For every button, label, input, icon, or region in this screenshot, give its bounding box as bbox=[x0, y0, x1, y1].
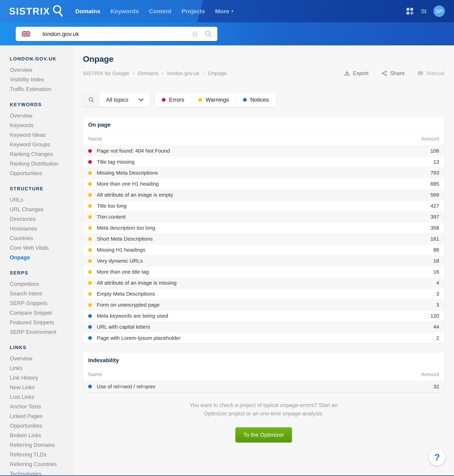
sidebar-item-keyword-ideas[interactable]: Keyword Ideas bbox=[10, 130, 70, 140]
sidebar-item-countries[interactable]: Countries bbox=[10, 234, 70, 243]
domain-search-input[interactable] bbox=[36, 30, 191, 37]
table-row[interactable]: Missing H1 headings86 bbox=[83, 244, 444, 256]
breadcrumb-item[interactable]: Onpage bbox=[208, 70, 227, 76]
notice-dot-icon bbox=[88, 336, 92, 340]
nav-item-keywords[interactable]: Keywords bbox=[111, 8, 139, 15]
row-amount: 4 bbox=[436, 280, 439, 286]
sidebar-item-referring-tlds[interactable]: Referring TLDs bbox=[10, 450, 70, 459]
sidebar-item-lost-links[interactable]: Lost Links bbox=[10, 392, 70, 402]
table-row[interactable]: Thin content397 bbox=[83, 212, 444, 222]
sistrix-logo[interactable]: SISTRIX bbox=[9, 5, 63, 18]
nav-item-content[interactable]: Content bbox=[149, 8, 171, 15]
search-submit-icon[interactable] bbox=[204, 30, 212, 38]
notice-dot-icon bbox=[243, 98, 247, 102]
table-row[interactable]: Form on unencrypted page3 bbox=[83, 299, 444, 310]
sidebar-item-linked-pages[interactable]: Linked Pages bbox=[10, 411, 70, 421]
sidebar-item-opportunities[interactable]: Opportunities bbox=[10, 421, 70, 431]
sidebar-item-ranking-changes[interactable]: Ranking Changes bbox=[10, 149, 70, 159]
manual-button[interactable]: Manual bbox=[417, 70, 444, 77]
table-row[interactable]: Alt attribute of an image is empty569 bbox=[83, 189, 444, 200]
sidebar-item-referring-domains[interactable]: Referring Domains bbox=[10, 440, 70, 450]
table-row[interactable]: URL with capital letters44 bbox=[83, 321, 444, 332]
sidebar-item-urls[interactable]: URLs bbox=[10, 195, 70, 205]
share-button[interactable]: Share bbox=[381, 70, 405, 76]
sidebar-item-referring-countries[interactable]: Referring Countries bbox=[10, 459, 70, 469]
toggle-errors[interactable]: Errors bbox=[155, 92, 191, 107]
sidebar-item-ranking-distribution[interactable]: Ranking Distribution bbox=[10, 159, 70, 168]
table-row[interactable]: More than one title tag16 bbox=[83, 266, 444, 278]
indexability-table-head: Name Amount bbox=[83, 368, 444, 381]
sidebar-item-url-changes[interactable]: URL Changes bbox=[10, 205, 70, 214]
sidebar-item-hostnames[interactable]: Hostnames bbox=[10, 224, 70, 234]
sidebar-item-link-history[interactable]: Link History bbox=[10, 373, 70, 383]
country-selector[interactable] bbox=[16, 27, 36, 41]
row-label: Use of rel=next / rel=prev bbox=[97, 384, 156, 390]
table-row[interactable]: Use of rel=next / rel=prev32 bbox=[83, 381, 444, 392]
sidebar-item-overview[interactable]: Overview bbox=[10, 354, 70, 363]
row-amount: 106 bbox=[431, 148, 439, 154]
indexability-card: Indexability Name Amount Use of rel=next… bbox=[83, 353, 444, 392]
header-divider bbox=[83, 84, 444, 84]
nav-item-projects[interactable]: Projects bbox=[182, 8, 205, 15]
topic-filter-dropdown[interactable]: All topics bbox=[83, 92, 150, 107]
sidebar-item-compare-snippet[interactable]: Compare Snippet bbox=[10, 308, 70, 318]
sidebar-item-overview[interactable]: Overview bbox=[10, 111, 70, 121]
nav-item-label: Domains bbox=[75, 8, 100, 15]
row-amount: 86 bbox=[433, 247, 439, 253]
to-the-optimizer-button[interactable]: To the Optimizer bbox=[235, 427, 292, 442]
sidebar-item-directories[interactable]: Directories bbox=[10, 214, 70, 224]
table-row[interactable]: Page not found: 404 Not Found106 bbox=[83, 145, 444, 157]
table-row[interactable]: Missing Meta Descriptions793 bbox=[83, 167, 444, 178]
nav-item-label: Keywords bbox=[111, 8, 139, 15]
breadcrumb-item[interactable]: SISTRIX for Google bbox=[83, 70, 129, 76]
sidebar-item-keyword-groups[interactable]: Keyword Groups bbox=[10, 140, 70, 149]
sidebar-item-opportunities[interactable]: Opportunities bbox=[10, 168, 70, 178]
table-row[interactable]: Title tag missing13 bbox=[83, 157, 444, 167]
table-row[interactable]: Meta description too long358 bbox=[83, 222, 444, 234]
favorite-star-icon[interactable]: ☆ bbox=[191, 30, 198, 38]
breadcrumb-item[interactable]: london.gov.uk bbox=[167, 70, 199, 76]
sidebar-item-search-intent[interactable]: Search Intent bbox=[10, 289, 70, 298]
apps-grid-icon[interactable] bbox=[406, 7, 414, 15]
sidebar-item-onpage[interactable]: Onpage bbox=[10, 253, 70, 262]
cta-line-1: You want to check a project of typical o… bbox=[83, 401, 444, 409]
table-row[interactable]: Alt attribute of an image is missing4 bbox=[83, 278, 444, 288]
warning-dot-icon bbox=[88, 226, 92, 230]
table-row[interactable]: Meta keywords are being used120 bbox=[83, 310, 444, 321]
sidebar-item-links[interactable]: Links bbox=[10, 363, 70, 373]
nav-item-label: Content bbox=[149, 8, 171, 15]
nav-item-domains[interactable]: Domains bbox=[75, 8, 100, 15]
nav-item-more[interactable]: More▾ bbox=[215, 8, 234, 15]
sidebar-item-broken-links[interactable]: Broken Links bbox=[10, 431, 70, 440]
sidebar-item-anchor-texts[interactable]: Anchor Texts bbox=[10, 402, 70, 411]
sidebar-item-new-links[interactable]: New Links bbox=[10, 383, 70, 392]
toggle-notices[interactable]: Notices bbox=[236, 92, 276, 107]
topic-filter-value: All topics bbox=[99, 97, 138, 103]
breadcrumb-item[interactable]: Domains bbox=[138, 70, 158, 76]
sidebar-item-serp-snippets[interactable]: SERP-Snippets bbox=[10, 298, 70, 308]
sidebar-item-featured-snippets[interactable]: Featured Snippets bbox=[10, 318, 70, 327]
table-row[interactable]: Title too long427 bbox=[83, 200, 444, 212]
user-avatar[interactable]: SP bbox=[433, 5, 445, 17]
st-menu-item[interactable]: St bbox=[421, 8, 426, 15]
table-row[interactable]: Very dynamic URLs18 bbox=[83, 256, 444, 266]
warning-dot-icon bbox=[88, 171, 92, 175]
table-row[interactable]: Page with Lorem-Ipsum placeholder2 bbox=[83, 332, 444, 343]
table-row[interactable]: Empty Meta Descriptions3 bbox=[83, 288, 444, 299]
filter-search-icon[interactable] bbox=[83, 92, 99, 107]
table-row[interactable]: Short Meta Descriptions161 bbox=[83, 234, 444, 244]
uk-flag-icon bbox=[22, 31, 30, 37]
sidebar-item-visibility-index[interactable]: Visibility Index bbox=[10, 75, 70, 84]
sidebar-item-keywords[interactable]: Keywords bbox=[10, 121, 70, 130]
sidebar-item-competitors[interactable]: Competitors bbox=[10, 279, 70, 289]
sidebar-item-technologies[interactable]: Technologies bbox=[10, 469, 70, 476]
sidebar-item-serp-environment[interactable]: SERP Environment bbox=[10, 327, 70, 337]
help-button[interactable]: ? bbox=[429, 449, 445, 466]
export-button[interactable]: Export bbox=[344, 70, 369, 76]
sidebar-item-traffic-estimation[interactable]: Traffic Estimation bbox=[10, 84, 70, 94]
row-amount: 3 bbox=[436, 302, 439, 308]
table-row[interactable]: More than one H1 heading685 bbox=[83, 178, 444, 189]
toggle-warnings[interactable]: Warnings bbox=[191, 92, 236, 107]
sidebar-item-core-web-vitals[interactable]: Core Web Vitals bbox=[10, 243, 70, 253]
sidebar-item-overview[interactable]: Overview bbox=[10, 65, 70, 75]
